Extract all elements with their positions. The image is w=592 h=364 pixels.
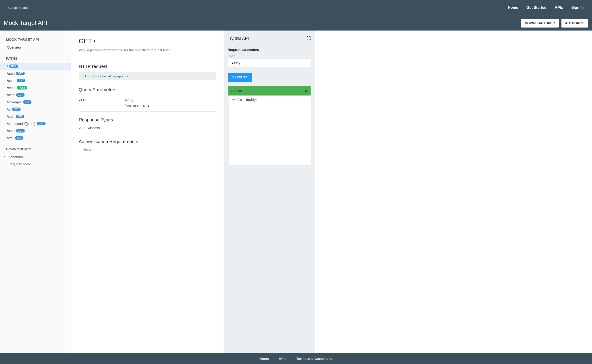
footer-apis[interactable]: APIs — [279, 357, 287, 361]
query-param-name: user — [79, 98, 125, 101]
sidebar-path-label: / — [7, 64, 8, 68]
query-param-type: string — [125, 98, 216, 102]
sidebar-paths-heading: PATHS — [0, 54, 71, 63]
sidebar-path-root[interactable]: / GET — [0, 63, 71, 70]
top-nav: Home Get Started APIs Sign In — [508, 6, 584, 10]
nav-home[interactable]: Home — [508, 6, 518, 10]
fullscreen-icon[interactable] — [307, 36, 311, 41]
sidebar-path-xml[interactable]: /xml GET — [0, 134, 71, 142]
divider — [79, 58, 216, 58]
main: GET / View a personalized greeting for t… — [71, 31, 592, 353]
sidebar-path-echo-get[interactable]: /echo GET — [0, 77, 71, 84]
sidebar-path-label: /statuscode/{code} — [7, 122, 35, 126]
auth-none: None. — [79, 148, 216, 151]
try-it-panel: Try this API Request parameters user EXE… — [224, 31, 315, 353]
content: GET / View a personalized greeting for t… — [71, 31, 224, 353]
http-request-heading: HTTP request — [79, 64, 216, 69]
response-box: 200 OK ✕ Hello, Buddy! — [228, 86, 311, 165]
sidebar-api-heading: MOCK TARGET API — [0, 35, 71, 44]
sidebar-schemas-toggle[interactable]: Schemas — [0, 153, 71, 161]
subbar-actions: DOWNLOAD SPEC AUTHORIZE — [521, 19, 588, 27]
authorize-button[interactable]: AUTHORIZE — [561, 19, 588, 27]
method-badge: GET — [16, 129, 25, 132]
sub-bar: Mock Target API DOWNLOAD SPEC AUTHORIZE — [0, 15, 592, 31]
http-request-url: https://mocktarget.apigee.net — [79, 72, 216, 80]
method-badge: GET — [16, 93, 25, 97]
sidebar: MOCK TARGET API Overview PATHS / GET /au… — [0, 31, 71, 353]
footer-terms[interactable]: Terms and Conditions — [296, 357, 333, 361]
sidebar-overview-link[interactable]: Overview — [0, 44, 71, 51]
close-icon[interactable]: ✕ — [304, 88, 308, 93]
user-input[interactable] — [228, 59, 311, 67]
try-it-heading: Try this API — [228, 36, 249, 41]
method-badge: GET — [37, 122, 45, 125]
tryit-param-label: user — [228, 54, 311, 58]
method-badge: GET — [16, 72, 25, 75]
auth-heading: Authentication Requirements — [79, 139, 216, 144]
divider — [79, 111, 216, 112]
execute-button[interactable]: EXECUTE — [228, 73, 252, 82]
footer: Home APIs Terms and Conditions — [0, 353, 592, 364]
top-bar: Google Cloud Home Get Started APIs Sign … — [0, 0, 592, 15]
response-status-text: 200 OK — [230, 89, 242, 93]
response-code: 200: — [79, 126, 86, 130]
query-param-desc: Your user name. — [125, 103, 216, 107]
method-badge: POST — [17, 86, 27, 90]
layout: MOCK TARGET API Overview PATHS / GET /au… — [0, 31, 592, 353]
try-it-header: Try this API — [228, 36, 311, 41]
nav-get-started[interactable]: Get Started — [526, 6, 546, 10]
nav-sign-in[interactable]: Sign In — [571, 6, 584, 10]
google-cloud-logo-icon: Google Cloud — [8, 5, 32, 10]
logo[interactable]: Google Cloud — [8, 5, 32, 10]
request-params-label: Request parameters — [228, 48, 311, 52]
response-type-row: 200: Success — [79, 126, 216, 130]
nav-apis[interactable]: APIs — [555, 6, 563, 10]
sidebar-components-heading: COMPONENTS — [0, 145, 71, 153]
download-spec-button[interactable]: DOWNLOAD SPEC — [521, 19, 559, 27]
footer-home[interactable]: Home — [259, 357, 269, 361]
sidebar-path-label: /auth — [7, 72, 15, 75]
method-badge: GET — [9, 65, 18, 68]
query-param-row: user string Your user name. — [79, 96, 216, 109]
sidebar-path-label: /user — [7, 129, 15, 133]
sidebar-schemas-label: Schemas — [8, 155, 23, 159]
sidebar-path-label: /iloveapis — [7, 100, 21, 104]
response-body: Hello, Buddy! — [228, 96, 311, 165]
svg-text:Google Cloud: Google Cloud — [8, 6, 28, 9]
method-badge: GET — [15, 136, 23, 140]
sidebar-path-label: /help — [7, 93, 15, 97]
sidebar-path-help[interactable]: /help GET — [0, 91, 71, 98]
method-badge: GET — [23, 100, 32, 104]
method-badge: GET — [17, 79, 26, 82]
method-badge: GET — [12, 108, 21, 111]
sidebar-path-label: /echo — [7, 86, 15, 90]
endpoint-description: View a personalized greeting for the spe… — [79, 48, 216, 52]
sidebar-path-json[interactable]: /json GET — [0, 113, 71, 120]
response-label: Success — [86, 126, 100, 130]
sidebar-path-ip[interactable]: /ip GET — [0, 106, 71, 113]
sidebar-path-statuscode[interactable]: /statuscode/{code} GET — [0, 120, 71, 127]
sidebar-path-auth[interactable]: /auth GET — [0, 70, 71, 77]
response-types-heading: Response Types — [79, 117, 216, 123]
page-title: Mock Target API — [4, 20, 47, 26]
sidebar-path-label: /json — [7, 115, 14, 118]
sidebar-path-label: /ip — [7, 107, 11, 111]
sidebar-path-label: /xml — [7, 136, 13, 140]
response-status-bar: 200 OK ✕ — [228, 86, 311, 96]
endpoint-title: GET / — [79, 38, 216, 45]
query-param-info: string Your user name. — [125, 98, 216, 107]
sidebar-path-iloveapis[interactable]: /iloveapis GET — [0, 98, 71, 106]
query-params-heading: Query Parameters — [79, 87, 216, 92]
method-badge: GET — [16, 115, 24, 118]
sidebar-schema-request-body[interactable]: request-body — [0, 161, 71, 168]
sidebar-path-user[interactable]: /user GET — [0, 127, 71, 134]
sidebar-path-echo-post[interactable]: /echo POST — [0, 84, 71, 91]
sidebar-path-label: /echo — [7, 79, 15, 83]
chevron-down-icon — [4, 156, 6, 157]
